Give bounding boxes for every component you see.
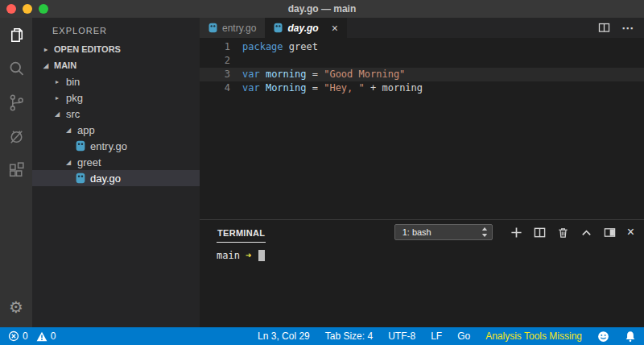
more-actions-icon[interactable]: ⋯ (621, 21, 634, 35)
kill-terminal-trash-icon[interactable] (557, 227, 569, 239)
code-line-4[interactable]: 4var Morning = "Hey, " + morning (200, 81, 644, 95)
line-number: 2 (200, 54, 230, 68)
tree-item-src[interactable]: ◢src (32, 106, 200, 122)
error-icon (8, 330, 19, 342)
chevron-expanded-icon: ◢ (42, 62, 50, 69)
split-editor-icon[interactable] (597, 21, 611, 35)
settings-gear-icon[interactable]: ⚙ (0, 295, 32, 319)
select-stepper-icon (481, 227, 488, 238)
warning-icon (36, 331, 47, 342)
debug-icon[interactable] (0, 119, 32, 153)
close-panel-icon[interactable]: × (627, 226, 634, 239)
tree-item-label: bin (66, 76, 80, 88)
cursor-position-indicator[interactable]: Ln 3, Col 29 (258, 330, 310, 342)
activity-bar: ⚙ (0, 18, 32, 327)
code-line-3[interactable]: 3var morning = "Good Morning" (200, 68, 644, 81)
status-bar: 0 0 Ln 3, Col 29 Tab Size: 4 UTF-8 LF Go… (0, 327, 644, 345)
line-number: 1 (200, 40, 230, 54)
tab-terminal[interactable]: TERMINAL (217, 225, 266, 243)
code-editor[interactable]: 1package greet23var morning = "Good Morn… (200, 38, 644, 219)
close-window-button[interactable] (6, 4, 16, 14)
tab-label: day.go (287, 23, 318, 34)
toggle-panel-position-icon[interactable] (604, 227, 616, 239)
code-text: package greet (230, 40, 318, 54)
tab-label: entry.go (222, 23, 256, 34)
tree-item-day-go[interactable]: day.go (32, 170, 200, 186)
close-tab-icon[interactable]: × (332, 23, 338, 34)
titlebar: day.go — main (0, 0, 644, 18)
tree-item-bin[interactable]: ▸bin (32, 73, 200, 89)
warning-count: 0 (51, 330, 56, 342)
code-line-2[interactable]: 2 (200, 54, 644, 68)
tree-item-app[interactable]: ◢app (32, 122, 200, 138)
terminal-cursor (258, 250, 265, 261)
split-terminal-icon[interactable] (534, 227, 546, 239)
problems-warnings[interactable]: 0 (36, 330, 56, 342)
code-text: var Morning = "Hey, " + morning (230, 81, 423, 95)
tab-size-indicator[interactable]: Tab Size: 4 (325, 330, 373, 342)
notifications-bell-icon[interactable] (625, 330, 636, 343)
maximize-panel-chevron-up-icon[interactable] (580, 227, 592, 239)
sidebar-title: EXPLORER (32, 18, 200, 41)
tree-item-label: pkg (66, 92, 83, 104)
feedback-smiley-icon[interactable] (597, 330, 609, 343)
code-text: var morning = "Good Morning" (230, 68, 405, 81)
terminal-panel: TERMINAL 1: bash (200, 219, 644, 327)
tree-item-entry-go[interactable]: entry.go (32, 138, 200, 154)
chevron-expanded-icon: ◢ (64, 159, 72, 166)
source-control-icon[interactable] (0, 85, 32, 119)
eol-indicator[interactable]: LF (431, 330, 442, 342)
problems-errors[interactable]: 0 (8, 330, 28, 342)
section-label: OPEN EDITORS (54, 44, 121, 54)
extensions-icon[interactable] (0, 153, 32, 187)
explorer-icon[interactable] (0, 18, 32, 52)
go-file-icon (274, 23, 283, 33)
tree-item-label: src (66, 108, 80, 120)
chevron-expanded-icon: ◢ (64, 127, 72, 134)
search-icon[interactable] (0, 52, 32, 85)
section-open-editors[interactable]: ▸ OPEN EDITORS (32, 41, 200, 57)
tab-bar: entry.go day.go × (200, 18, 644, 38)
terminal-header: TERMINAL 1: bash (200, 220, 644, 244)
minimize-window-button[interactable] (23, 4, 32, 14)
language-indicator[interactable]: Go (457, 330, 470, 342)
fullscreen-window-button[interactable] (39, 4, 48, 14)
section-label: MAIN (54, 60, 76, 70)
encoding-indicator[interactable]: UTF-8 (388, 330, 415, 342)
code-line-1[interactable]: 1package greet (200, 40, 644, 54)
tree-item-label: greet (77, 156, 101, 168)
tree-item-label: app (77, 124, 95, 136)
terminal-prompt: main (217, 250, 240, 261)
code-text (230, 54, 242, 68)
chevron-right-icon: ▸ (42, 46, 50, 53)
tab-entry-go[interactable]: entry.go (200, 18, 265, 38)
file-tree: ▸bin▸pkg◢src◢appentry.go◢greetday.go (32, 73, 200, 186)
window-controls (6, 0, 48, 18)
tab-day-go[interactable]: day.go × (265, 18, 346, 38)
analysis-tools-notice[interactable]: Analysis Tools Missing (485, 330, 582, 342)
chevron-right-icon: ▸ (53, 94, 61, 102)
go-file-icon (76, 172, 85, 184)
error-count: 0 (23, 330, 28, 342)
shell-selector-value: 1: bash (402, 227, 431, 237)
chevron-expanded-icon: ◢ (53, 110, 61, 118)
go-file-icon (76, 140, 85, 152)
tree-item-label: day.go (90, 172, 121, 185)
tree-item-greet[interactable]: ◢greet (32, 154, 200, 170)
explorer-sidebar: EXPLORER ▸ OPEN EDITORS ◢ MAIN ▸bin▸pkg◢… (32, 18, 200, 327)
vscode-window: day.go — main (0, 0, 644, 345)
line-number: 4 (200, 81, 230, 95)
section-main[interactable]: ◢ MAIN (32, 57, 200, 73)
terminal-content[interactable]: main ➜ (200, 244, 644, 261)
chevron-right-icon: ▸ (53, 78, 61, 85)
terminal-prompt-arrow: ➜ (246, 250, 251, 261)
line-number: 3 (200, 68, 230, 81)
tree-item-label: entry.go (90, 140, 127, 152)
shell-selector[interactable]: 1: bash (394, 224, 493, 240)
go-file-icon (208, 23, 217, 33)
tree-item-pkg[interactable]: ▸pkg (32, 89, 200, 106)
new-terminal-icon[interactable] (510, 227, 522, 239)
window-title: day.go — main (288, 3, 356, 15)
